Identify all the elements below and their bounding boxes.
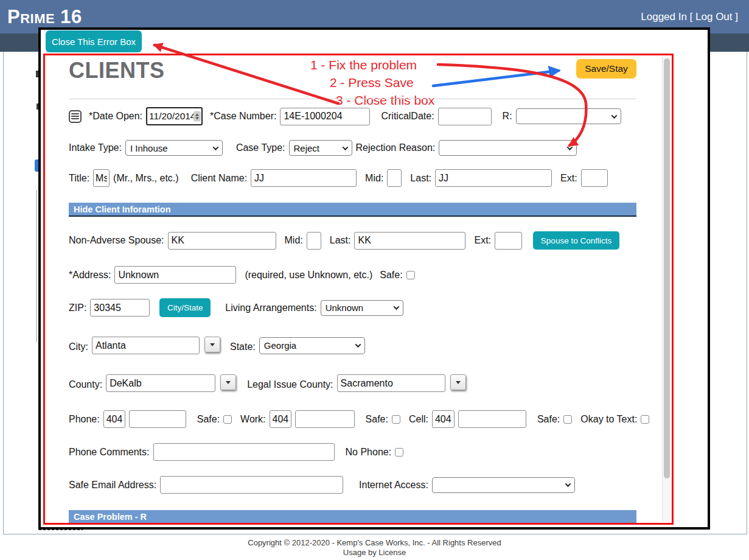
- dropdown-arrow-icon: [226, 381, 231, 384]
- cell-safe-checkbox[interactable]: [563, 415, 572, 424]
- annotation-press-save: 2 - Press Save: [330, 75, 414, 90]
- intake-type-select[interactable]: I Inhouse: [125, 140, 223, 156]
- chevron-down-icon: [565, 481, 571, 487]
- rejection-reason-label: Rejection Reason:: [356, 142, 436, 153]
- chevron-down-icon: [355, 341, 361, 348]
- address-input[interactable]: [114, 266, 236, 284]
- spouse-mid-label: Mid:: [285, 235, 303, 246]
- spouse-to-conflicts-button[interactable]: Spouse to Conflicts: [533, 231, 619, 250]
- client-name-input[interactable]: [251, 169, 357, 187]
- copyright-text: Copyright © 2012-2020 - Kemp's Case Work…: [0, 538, 749, 548]
- chevron-down-icon: [212, 144, 218, 150]
- state-label: State:: [230, 341, 256, 352]
- client-last-label: Last:: [410, 173, 431, 184]
- work-safe-label: Safe:: [366, 414, 388, 425]
- work-area-input[interactable]: [270, 410, 291, 428]
- safe-email-label: Safe Email Address:: [69, 480, 156, 491]
- spouse-input[interactable]: [168, 232, 276, 250]
- legal-issue-county-input[interactable]: [337, 374, 445, 392]
- work-safe-checkbox[interactable]: [392, 415, 400, 424]
- no-phone-checkbox[interactable]: [395, 448, 403, 457]
- legal-issue-county-dropdown-button[interactable]: [450, 374, 466, 390]
- county-dropdown-button[interactable]: [220, 374, 236, 390]
- divider: [69, 99, 636, 99]
- safe-email-input[interactable]: [160, 476, 343, 494]
- spouse-label: Non-Adverse Spouse:: [69, 235, 164, 246]
- spouse-mid-input[interactable]: [307, 232, 321, 250]
- page-footer: Copyright © 2012-2020 - Kemp's Case Work…: [0, 538, 749, 558]
- client-mid-label: Mid:: [365, 173, 383, 184]
- internet-access-label: Internet Access:: [359, 480, 428, 491]
- city-dropdown-button[interactable]: [204, 337, 220, 352]
- zip-input[interactable]: [90, 299, 150, 317]
- row-county: County: Legal Issue County:: [69, 374, 635, 392]
- work-number-input[interactable]: [295, 410, 355, 428]
- living-arrangements-label: Living Arrangements:: [225, 303, 316, 313]
- error-outline-box: CLIENTS 1 - Fix the problem 2 - Press Sa…: [43, 54, 674, 525]
- client-mid-input[interactable]: [387, 169, 402, 187]
- spouse-ext-input[interactable]: [495, 232, 522, 250]
- section-hide-client-information[interactable]: Hide Client Inforamtion: [69, 203, 636, 217]
- living-arrangements-select[interactable]: Unknown: [321, 300, 403, 316]
- close-error-box-button[interactable]: Close This Error Box: [46, 30, 142, 52]
- title-input[interactable]: [93, 169, 110, 187]
- city-label: City:: [69, 341, 88, 352]
- phone-area-input[interactable]: [103, 410, 125, 428]
- rejection-reason-select[interactable]: [439, 140, 577, 156]
- title-label: Title:: [69, 173, 89, 184]
- okay-to-text-label: Okay to Text:: [580, 414, 637, 425]
- page-title: CLIENTS: [69, 58, 165, 83]
- client-ext-input[interactable]: [581, 169, 608, 187]
- date-stepper-icon[interactable]: [193, 111, 201, 122]
- chevron-down-icon: [567, 144, 573, 150]
- phone-safe-checkbox[interactable]: [223, 415, 232, 424]
- date-open-input[interactable]: 11/20/2014: [146, 107, 203, 125]
- client-name-label: Client Name:: [191, 173, 247, 184]
- annotation-fix-the-problem: 1 - Fix the problem: [310, 58, 417, 72]
- phone-number-input[interactable]: [129, 410, 186, 428]
- address-hint: (required, use Unknown, etc.): [245, 270, 372, 281]
- client-last-input[interactable]: [435, 169, 552, 187]
- okay-to-text-checkbox[interactable]: [641, 415, 649, 424]
- scrollbar-thumb[interactable]: [664, 58, 670, 478]
- critical-date-input[interactable]: [438, 108, 492, 125]
- row-client-name: Title: (Mr., Mrs., etc.) Client Name: Mi…: [69, 169, 635, 187]
- intake-type-label: Intake Type:: [69, 142, 122, 153]
- address-safe-checkbox[interactable]: [406, 271, 415, 279]
- city-state-button[interactable]: City/State: [159, 298, 211, 317]
- spouse-last-label: Last:: [330, 235, 351, 246]
- phone-comments-input[interactable]: [153, 443, 335, 461]
- r-label: R:: [503, 111, 512, 122]
- license-text: Usage by License: [0, 548, 749, 558]
- login-status-logout-link[interactable]: Logged In [ Log Out ]: [641, 11, 749, 23]
- section-case-problem[interactable]: Case Problem - R: [69, 510, 636, 524]
- save-stay-button[interactable]: Save/Stay: [576, 59, 636, 79]
- cell-area-input[interactable]: [432, 410, 455, 428]
- work-label: Work:: [240, 414, 265, 425]
- city-input[interactable]: [92, 337, 200, 354]
- legal-issue-county-label: Legal Issue County:: [247, 379, 333, 390]
- case-type-select[interactable]: Reject: [289, 140, 352, 156]
- date-open-value: 11/20/2014: [149, 111, 195, 122]
- cell-number-input[interactable]: [458, 410, 526, 428]
- row-city-state: City: State: Georgia: [69, 337, 635, 354]
- internet-access-select[interactable]: [432, 477, 575, 493]
- form-list-icon[interactable]: [69, 110, 82, 123]
- case-number-input[interactable]: [280, 108, 370, 125]
- case-number-label: *Case Number:: [210, 111, 276, 122]
- state-select[interactable]: Georgia: [259, 337, 365, 354]
- address-label: *Address:: [69, 270, 111, 281]
- spouse-last-input[interactable]: [354, 232, 465, 250]
- row-spouse: Non-Adverse Spouse: Mid: Last: Ext: Spou…: [69, 231, 635, 250]
- row-safe-email: Safe Email Address: Internet Access:: [69, 476, 635, 494]
- r-select[interactable]: [516, 108, 621, 124]
- modal-scrollbar[interactable]: [662, 57, 671, 522]
- chevron-down-icon: [393, 304, 399, 310]
- row-phones: Phone: Safe: Work: Safe: Cell: Safe: Oka…: [69, 410, 635, 428]
- phone-comments-label: Phone Comments:: [69, 447, 150, 458]
- row-intake: Intake Type: I Inhouse Case Type: Reject…: [69, 140, 635, 156]
- critical-date-label: CriticalDate:: [381, 111, 434, 122]
- county-input[interactable]: [106, 374, 215, 392]
- row-phone-comments: Phone Comments: No Phone:: [69, 443, 635, 461]
- phone-safe-label: Safe:: [197, 414, 220, 425]
